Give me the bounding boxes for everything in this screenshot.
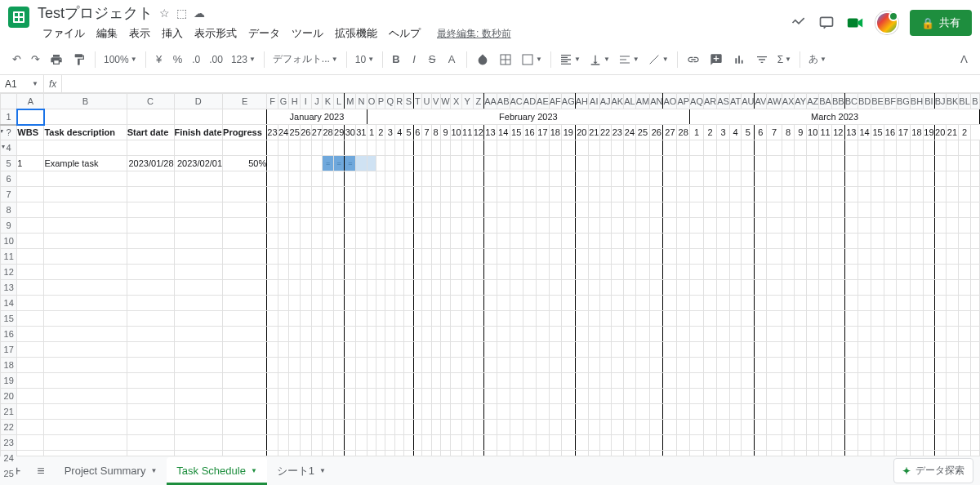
cell[interactable]: [767, 373, 782, 389]
cell[interactable]: [690, 249, 704, 265]
cell[interactable]: Progress: [223, 125, 267, 140]
gantt-cell[interactable]: [807, 156, 819, 171]
cell[interactable]: [871, 342, 884, 358]
cell[interactable]: [599, 404, 611, 420]
cell[interactable]: [624, 280, 635, 296]
cell[interactable]: [624, 234, 635, 249]
cell[interactable]: [395, 389, 404, 404]
cell[interactable]: [356, 280, 368, 296]
day-header[interactable]: 6: [755, 125, 767, 140]
cell[interactable]: [819, 218, 832, 234]
cell[interactable]: [385, 140, 395, 156]
cell[interactable]: [755, 342, 767, 358]
cell[interactable]: [431, 420, 440, 435]
cell[interactable]: [127, 342, 174, 358]
col-header[interactable]: P: [376, 94, 385, 109]
cell[interactable]: [510, 342, 523, 358]
cell[interactable]: [311, 404, 323, 420]
cell[interactable]: [717, 187, 730, 202]
cell[interactable]: [742, 342, 755, 358]
cell[interactable]: [549, 280, 561, 296]
cell[interactable]: [807, 249, 819, 265]
gantt-cell[interactable]: [311, 156, 323, 171]
cell[interactable]: [717, 218, 730, 234]
cell[interactable]: [663, 373, 677, 389]
cell[interactable]: [311, 296, 323, 311]
cell[interactable]: [677, 389, 690, 404]
col-header[interactable]: AT: [729, 94, 741, 109]
cell[interactable]: [858, 202, 871, 218]
cell[interactable]: [934, 280, 946, 296]
cell[interactable]: [611, 171, 624, 187]
cell[interactable]: [413, 140, 422, 156]
gantt-cell[interactable]: [782, 156, 795, 171]
day-header[interactable]: 14: [858, 125, 871, 140]
col-header[interactable]: K: [323, 94, 334, 109]
cell[interactable]: [871, 202, 884, 218]
cell[interactable]: [844, 140, 858, 156]
month-header[interactable]: February 2023: [367, 109, 689, 125]
cell[interactable]: [301, 435, 312, 451]
cell[interactable]: [703, 171, 716, 187]
cell[interactable]: [278, 202, 289, 218]
decrease-decimal-button[interactable]: .0: [188, 50, 204, 69]
cell[interactable]: [910, 373, 923, 389]
cell[interactable]: [174, 404, 223, 420]
cell[interactable]: [174, 280, 223, 296]
cell[interactable]: [896, 218, 910, 234]
cell[interactable]: [871, 234, 884, 249]
cell[interactable]: [174, 109, 223, 125]
cell[interactable]: [461, 140, 473, 156]
cell[interactable]: [510, 218, 523, 234]
cell[interactable]: [819, 389, 832, 404]
cell[interactable]: [473, 373, 484, 389]
col-header[interactable]: AR: [703, 94, 716, 109]
cell[interactable]: [946, 140, 959, 156]
cell[interactable]: [422, 311, 431, 327]
cell[interactable]: [767, 435, 782, 451]
cell[interactable]: [970, 202, 979, 218]
cell[interactable]: [589, 389, 600, 404]
row-header[interactable]: 23: [1, 435, 17, 451]
cell[interactable]: [440, 389, 451, 404]
cell[interactable]: [484, 404, 497, 420]
cell[interactable]: [663, 140, 677, 156]
gantt-cell[interactable]: [844, 156, 858, 171]
cell[interactable]: [484, 296, 497, 311]
cell[interactable]: [599, 358, 611, 373]
cell[interactable]: [934, 249, 946, 265]
cell[interactable]: [345, 280, 356, 296]
cell[interactable]: [497, 234, 510, 249]
cell[interactable]: [795, 249, 807, 265]
row-header[interactable]: 12: [1, 265, 17, 280]
cell[interactable]: [17, 358, 44, 373]
cell[interactable]: [677, 296, 690, 311]
cell[interactable]: [333, 265, 345, 280]
cell[interactable]: [484, 280, 497, 296]
cell[interactable]: [44, 140, 127, 156]
cell[interactable]: [844, 373, 858, 389]
cell[interactable]: [970, 296, 979, 311]
cell[interactable]: [561, 311, 575, 327]
cell[interactable]: [461, 435, 473, 451]
cell[interactable]: [635, 280, 650, 296]
gantt-cell[interactable]: [267, 156, 278, 171]
cell[interactable]: [611, 265, 624, 280]
cell[interactable]: [611, 140, 624, 156]
cell[interactable]: [910, 296, 923, 311]
cell[interactable]: [934, 435, 946, 451]
cell[interactable]: [589, 202, 600, 218]
cell[interactable]: [333, 296, 345, 311]
cell[interactable]: [896, 234, 910, 249]
cell[interactable]: [729, 280, 741, 296]
cell[interactable]: [561, 234, 575, 249]
cell[interactable]: [523, 202, 536, 218]
cell[interactable]: [742, 296, 755, 311]
zoom-dropdown[interactable]: 100%▼: [100, 52, 140, 67]
cell[interactable]: [345, 373, 356, 389]
cell[interactable]: [934, 404, 946, 420]
cell[interactable]: [717, 342, 730, 358]
cell[interactable]: [497, 358, 510, 373]
cell[interactable]: [422, 373, 431, 389]
cell[interactable]: [970, 265, 979, 280]
